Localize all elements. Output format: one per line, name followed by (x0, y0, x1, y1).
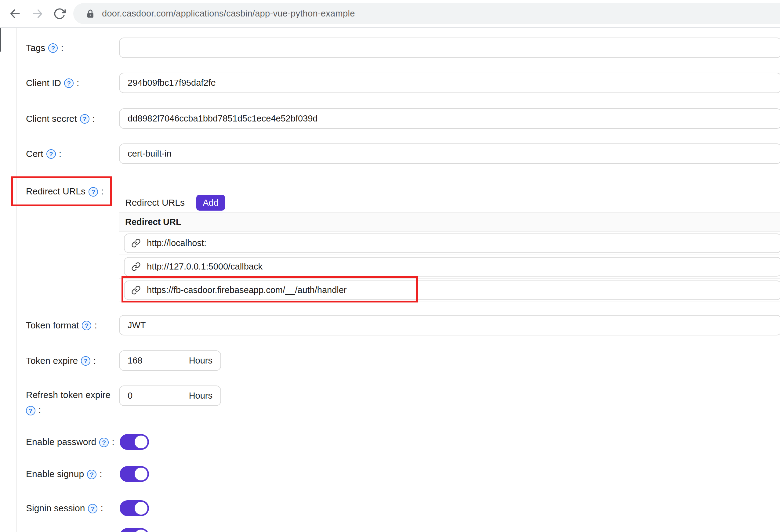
application-edit-page: Tags ? : Client ID ? : 294b09fbc17f95daf… (0, 28, 780, 532)
toggle-knob (135, 530, 147, 532)
add-redirect-url-button[interactable]: Add (196, 195, 225, 210)
redirect-url-input-0[interactable]: http://localhost: (124, 234, 780, 253)
url-text: door.casdoor.com/applications/casbin/app… (102, 8, 355, 18)
question-circle-icon[interactable]: ? (99, 438, 109, 447)
field-label-redirect-urls: Redirect URLs ? : (26, 180, 103, 202)
link-icon (131, 238, 141, 248)
question-circle-icon[interactable]: ? (80, 114, 90, 124)
question-circle-icon[interactable]: ? (48, 43, 58, 53)
enable-password-toggle[interactable] (120, 434, 149, 450)
field-label-token-format: Token format ? : (26, 315, 97, 335)
field-label-signin-session: Signin session ? : (26, 500, 103, 516)
redirect-table-title-bar: Redirect URLs Add (119, 193, 780, 212)
question-circle-icon[interactable]: ? (26, 406, 36, 416)
redirect-url-input-2[interactable]: https://fb-casdoor.firebaseapp.com/__/au… (124, 281, 780, 300)
hours-unit-suffix: Hours (189, 391, 212, 401)
redirect-url-column-header: Redirect URL (119, 212, 780, 232)
forward-arrow-icon[interactable] (31, 7, 44, 20)
question-circle-icon[interactable]: ? (64, 79, 74, 88)
redirect-url-row: https://fb-casdoor.firebaseapp.com/__/au… (119, 279, 780, 302)
token-format-input[interactable]: JWT (119, 315, 780, 335)
card-left-border (16, 28, 17, 532)
question-circle-icon[interactable]: ? (87, 470, 96, 479)
redirect-urls-table: Redirect URLs Add Redirect URL http://lo… (119, 193, 780, 302)
lock-icon (86, 8, 95, 19)
back-arrow-icon[interactable] (8, 7, 21, 20)
toggle-knob (135, 436, 147, 448)
question-circle-icon[interactable]: ? (81, 356, 90, 366)
question-circle-icon[interactable]: ? (89, 187, 98, 197)
cert-input[interactable]: cert-built-in (119, 143, 780, 164)
question-circle-icon[interactable]: ? (88, 504, 97, 514)
tags-input[interactable] (119, 38, 780, 58)
refresh-token-expire-input[interactable]: 0 Hours (119, 386, 221, 406)
field-label-cert: Cert ? : (26, 143, 61, 164)
redirect-url-row: http://localhost: (119, 232, 780, 255)
signin-session-toggle[interactable] (120, 500, 149, 516)
redirect-table-title: Redirect URLs (125, 197, 185, 208)
question-circle-icon[interactable]: ? (82, 321, 91, 330)
client-id-input[interactable]: 294b09fbc17f95daf2fe (119, 72, 780, 93)
toggle-knob (135, 502, 147, 515)
partial-toggle[interactable] (120, 528, 149, 532)
field-label-tags: Tags ? : (26, 38, 63, 58)
reload-icon[interactable] (53, 7, 66, 20)
link-icon (131, 285, 141, 295)
address-bar[interactable]: door.casdoor.com/applications/casbin/app… (73, 3, 780, 24)
field-label-token-expire: Token expire ? : (26, 350, 96, 371)
toggle-knob (135, 468, 147, 480)
field-label-client-id: Client ID ? : (26, 72, 79, 93)
field-label-enable-password: Enable password ? : (26, 434, 114, 450)
enable-signup-toggle[interactable] (120, 466, 149, 482)
question-circle-icon[interactable]: ? (46, 149, 56, 159)
redirect-url-row: http://127.0.0.1:5000/callback (119, 255, 780, 279)
window-edge-sliver (0, 28, 1, 52)
token-expire-input[interactable]: 168 Hours (119, 350, 221, 371)
link-icon (131, 262, 141, 271)
browser-chrome: door.casdoor.com/applications/casbin/app… (0, 0, 780, 28)
field-label-client-secret: Client secret ? : (26, 108, 95, 129)
redirect-url-input-1[interactable]: http://127.0.0.1:5000/callback (124, 257, 780, 277)
field-label-enable-signup: Enable signup ? : (26, 466, 102, 482)
field-label-refresh-token-expire: Refresh token expire ? : (26, 387, 110, 418)
hours-unit-suffix: Hours (189, 355, 212, 366)
client-secret-input[interactable]: dd8982f7046ccba1bbd7851d5c1ece4e52bf039d (119, 108, 780, 129)
